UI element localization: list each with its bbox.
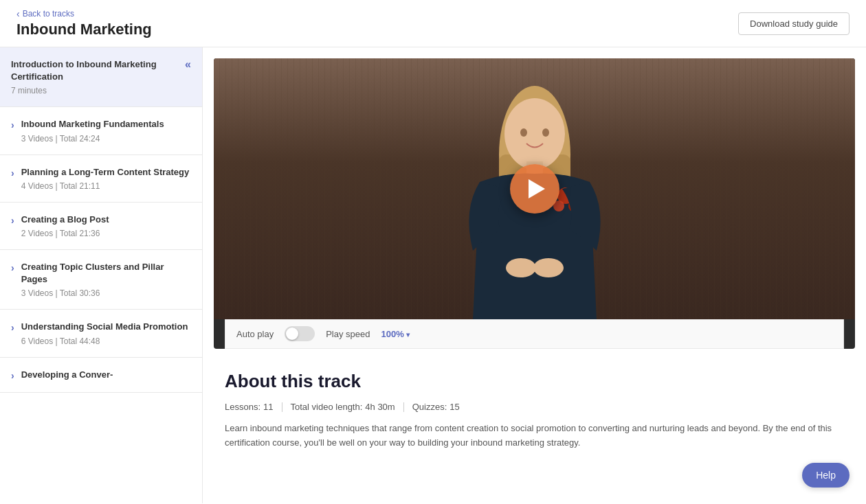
playspeed-label: Play speed <box>326 329 370 339</box>
about-description: Learn inbound marketing techniques that … <box>225 422 833 450</box>
chevron-icon-social-media: › <box>11 322 14 333</box>
svg-point-4 <box>542 128 549 137</box>
quizzes-label: Quizzes: <box>412 402 447 412</box>
sidebar-item-social-media-meta: 6 Videos | Total 44:48 <box>21 336 191 346</box>
chevron-icon-content-strategy: › <box>11 168 14 179</box>
video-thumbnail <box>214 58 855 319</box>
about-stats: Lessons: 11 Total video length: 4h 30m Q… <box>225 402 833 412</box>
about-section: About this track Lessons: 11 Total video… <box>214 354 855 467</box>
stat-divider-2 <box>403 402 404 412</box>
playspeed-dropdown[interactable]: 100% <box>381 329 410 339</box>
svg-point-10 <box>533 258 564 277</box>
svg-point-9 <box>506 258 536 277</box>
video-length-value: 4h 30m <box>365 402 395 412</box>
play-triangle-icon <box>529 179 545 198</box>
header: Back to tracks Inbound Marketing Downloa… <box>0 0 866 47</box>
content-area: Auto play Play speed 100% About this tra… <box>203 47 866 503</box>
stat-divider-1 <box>282 402 282 412</box>
svg-point-2 <box>504 98 565 170</box>
chevron-icon-fundamentals: › <box>11 119 14 130</box>
stat-video-length: Total video length: 4h 30m <box>291 402 395 412</box>
sidebar-item-conversion-title: Developing a Conver- <box>21 369 191 381</box>
back-to-tracks-link[interactable]: Back to tracks <box>16 8 152 19</box>
video-container: Auto play Play speed 100% <box>214 58 855 349</box>
sidebar-item-intro-meta: 7 minutes <box>11 86 191 95</box>
autoplay-toggle[interactable] <box>285 326 315 341</box>
sidebar-item-topic-clusters-meta: 3 Videos | Total 30:36 <box>21 288 191 298</box>
quizzes-value: 15 <box>449 402 459 412</box>
sidebar-item-topic-clusters[interactable]: › Creating Topic Clusters and Pillar Pag… <box>0 250 202 310</box>
sidebar-item-content-strategy-meta: 4 Videos | Total 21:11 <box>21 181 191 191</box>
sidebar-item-blog-post[interactable]: › Creating a Blog Post 2 Videos | Total … <box>0 203 202 250</box>
sidebar-item-content-strategy[interactable]: › Planning a Long-Term Content Strategy … <box>0 155 202 203</box>
play-button[interactable] <box>510 164 559 214</box>
main-layout: Introduction to Inbound Marketing Certif… <box>0 47 866 503</box>
lessons-value: 11 <box>263 402 273 412</box>
sidebar-item-blog-post-title: Creating a Blog Post <box>21 214 191 226</box>
sidebar-item-social-media[interactable]: › Understanding Social Media Promotion 6… <box>0 310 202 357</box>
sidebar-item-intro-title: Introduction to Inbound Marketing Certif… <box>11 58 185 83</box>
collapse-icon[interactable]: « <box>185 58 191 71</box>
autoplay-label: Auto play <box>236 329 274 339</box>
svg-point-3 <box>520 128 527 137</box>
video-controls: Auto play Play speed 100% <box>225 319 844 349</box>
header-left: Back to tracks Inbound Marketing <box>16 8 152 38</box>
chevron-icon-conversion: › <box>11 370 14 381</box>
toggle-knob <box>286 328 298 340</box>
sidebar-item-fundamentals-meta: 3 Videos | Total 24:24 <box>21 134 191 144</box>
sidebar-item-fundamentals[interactable]: › Inbound Marketing Fundamentals 3 Video… <box>0 107 202 154</box>
page-title: Inbound Marketing <box>16 21 152 38</box>
sidebar-item-conversion[interactable]: › Developing a Conver- <box>0 358 202 393</box>
sidebar-item-blog-post-meta: 2 Videos | Total 21:36 <box>21 229 191 238</box>
stat-lessons: Lessons: 11 <box>225 402 274 412</box>
sidebar-item-topic-clusters-title: Creating Topic Clusters and Pillar Pages <box>21 261 191 286</box>
chevron-icon-topic-clusters: › <box>11 262 14 273</box>
sidebar-item-social-media-title: Understanding Social Media Promotion <box>21 321 191 333</box>
stat-quizzes: Quizzes: 15 <box>412 402 460 412</box>
sidebar-item-fundamentals-title: Inbound Marketing Fundamentals <box>21 118 191 130</box>
sidebar: Introduction to Inbound Marketing Certif… <box>0 47 203 503</box>
help-button[interactable]: Help <box>802 463 850 488</box>
sidebar-item-intro[interactable]: Introduction to Inbound Marketing Certif… <box>0 47 202 107</box>
lessons-label: Lessons: <box>225 402 260 412</box>
sidebar-item-content-strategy-title: Planning a Long-Term Content Strategy <box>21 166 191 179</box>
video-length-label: Total video length: <box>291 402 363 412</box>
about-title: About this track <box>225 371 833 392</box>
chevron-icon-blog-post: › <box>11 215 14 226</box>
download-study-guide-button[interactable]: Download study guide <box>738 12 850 35</box>
